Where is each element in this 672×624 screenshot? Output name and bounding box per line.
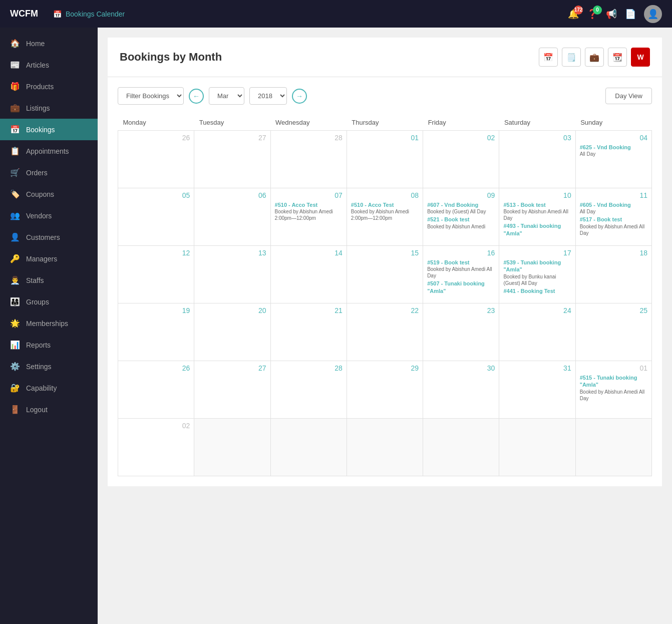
messages-button[interactable]: ❓ 0 [587, 9, 598, 20]
col-header-sunday: Sunday [575, 115, 651, 131]
sidebar-item-vendors[interactable]: 👥 Vendors [0, 205, 98, 226]
list-icon-btn[interactable]: 🗒️ [562, 48, 581, 67]
calendar-cell[interactable]: 28 [270, 131, 347, 188]
calendar-cell[interactable]: 21 [270, 303, 347, 361]
calendar-cell[interactable]: 11#605 - Vnd Booking All Day#517 - Book … [575, 188, 651, 246]
calendar-cell[interactable] [499, 419, 575, 476]
calendar-cell[interactable]: 26 [118, 131, 194, 188]
calendar-cell[interactable]: 03 [499, 131, 575, 188]
event-detail: Booked by Abishun Amedi 2:00pm—12:00pm [351, 208, 419, 221]
calendar-cell[interactable]: 06 [194, 188, 270, 246]
calendar-cell[interactable]: 31 [499, 361, 575, 419]
calendar-cell[interactable]: 07#510 - Acco Test Booked by Abishun Ame… [270, 188, 347, 246]
sidebar-item-listings[interactable]: 💼 Listings [0, 97, 98, 119]
event-item[interactable]: #513 - Book test Booked by Abishun Amedi… [503, 201, 571, 221]
event-item[interactable]: #510 - Acco Test Booked by Abishun Amedi… [275, 201, 343, 221]
calendar-cell[interactable]: 28 [270, 361, 347, 419]
event-item[interactable]: #493 - Tunaki booking "Amla" [503, 222, 571, 237]
user-avatar[interactable]: 👤 [644, 5, 662, 23]
prev-month-btn[interactable]: ← [189, 89, 204, 104]
sidebar-label-reports: Reports [26, 341, 51, 349]
calendar-cell[interactable]: 26 [118, 361, 194, 419]
calendar-cell[interactable]: 23 [423, 303, 499, 361]
event-item[interactable]: #515 - Tunaki booking "Amla" Booked by A… [580, 374, 647, 402]
calendar-cell[interactable]: 08#510 - Acco Test Booked by Abishun Ame… [347, 188, 423, 246]
calendar-cell[interactable]: 01 [347, 131, 423, 188]
calendar-cell[interactable]: 17#539 - Tunaki booking "Amla" Booked by… [499, 246, 575, 303]
filter-bookings-select[interactable]: Filter Bookings [118, 87, 184, 105]
vendors-icon: 👥 [10, 211, 20, 220]
sidebar-item-staffs[interactable]: 👨‍💼 Staffs [0, 269, 98, 291]
calendar-cell[interactable]: 02 [423, 131, 499, 188]
sidebar-item-logout[interactable]: 🚪 Logout [0, 399, 98, 420]
event-item[interactable]: #607 - Vnd Booking Booked by (Guest) All… [427, 201, 495, 215]
sidebar-item-managers[interactable]: 🔑 Managers [0, 248, 98, 269]
event-item[interactable]: #605 - Vnd Booking All Day [580, 201, 647, 215]
event-title: #539 - Tunaki booking "Amla" [503, 259, 571, 273]
calendar-cell[interactable]: 13 [194, 246, 270, 303]
event-item[interactable]: #507 - Tunaki booking "Amla" [427, 280, 495, 294]
calendar-cell[interactable]: 12 [118, 246, 194, 303]
sidebar-item-groups[interactable]: 👨‍👩‍👧 Groups [0, 291, 98, 313]
sidebar-item-reports[interactable]: 📊 Reports [0, 334, 98, 356]
calendar-cell[interactable]: 15 [347, 246, 423, 303]
calendar-cell[interactable]: 05 [118, 188, 194, 246]
notes-button[interactable]: 📄 [625, 9, 636, 20]
next-month-btn[interactable]: → [292, 89, 307, 104]
day-view-button[interactable]: Day View [605, 88, 652, 104]
calendar-cell[interactable]: 10#513 - Book test Booked by Abishun Ame… [499, 188, 575, 246]
calendar-cell[interactable]: 16#519 - Book test Booked by Abishun Ame… [423, 246, 499, 303]
event-item[interactable]: #510 - Acco Test Booked by Abishun Amedi… [351, 201, 419, 221]
sidebar-item-customers[interactable]: 👤 Customers [0, 226, 98, 248]
event-item[interactable]: #539 - Tunaki booking "Amla" Booked by B… [503, 259, 571, 286]
calendar-cell[interactable]: 27 [194, 361, 270, 419]
calendar-cell[interactable] [347, 419, 423, 476]
day-number: 28 [275, 364, 343, 372]
event-item[interactable]: #519 - Book test Booked by Abishun Amedi… [427, 259, 495, 279]
sidebar-item-coupons[interactable]: 🏷️ Coupons [0, 183, 98, 205]
page-title: Bookings by Month [120, 51, 222, 64]
briefcase-icon-btn[interactable]: 💼 [585, 48, 604, 67]
calendar-cell[interactable]: 29 [347, 361, 423, 419]
event-item[interactable]: #521 - Book test Booked by Abishun Amedi [427, 216, 495, 229]
sidebar-item-appointments[interactable]: 📋 Appointments [0, 140, 98, 162]
calendar-cell[interactable]: 18 [575, 246, 651, 303]
calendar-cell[interactable]: 30 [423, 361, 499, 419]
sidebar-label-home: Home [26, 40, 45, 48]
calendar-cell[interactable] [194, 419, 270, 476]
calendar-cell[interactable]: 19 [118, 303, 194, 361]
event-item[interactable]: #441 - Booking Test [503, 287, 571, 294]
sidebar-item-articles[interactable]: 📰 Articles [0, 54, 98, 76]
grid-icon-btn[interactable]: 📆 [608, 48, 627, 67]
calendar-cell[interactable] [575, 419, 651, 476]
sidebar-item-bookings[interactable]: 📅 Bookings [0, 119, 98, 140]
notifications-button[interactable]: 🔔 172 [568, 9, 579, 20]
sidebar-item-orders[interactable]: 🛒 Orders [0, 162, 98, 183]
month-select[interactable]: JanFebMarAprMayJunJulAugSepOctNovDec [209, 87, 244, 105]
calendar-cell[interactable]: 27 [194, 131, 270, 188]
calendar-cell[interactable] [423, 419, 499, 476]
event-item[interactable]: #517 - Book test Booked by Abishun Amedi… [580, 216, 647, 236]
calendar-cell[interactable]: 25 [575, 303, 651, 361]
calendar-cell[interactable]: 14 [270, 246, 347, 303]
sidebar-item-home[interactable]: 🏠 Home [0, 33, 98, 54]
year-select[interactable]: 20162017201820192020 [249, 87, 287, 105]
sidebar-item-capability[interactable]: 🔐 Capability [0, 377, 98, 399]
sidebar-label-vendors: Vendors [26, 212, 52, 220]
sidebar-item-products[interactable]: 🎁 Products [0, 76, 98, 97]
event-item[interactable]: #625 - Vnd Booking All Day [580, 144, 647, 157]
sidebar-label-coupons: Coupons [26, 190, 54, 198]
calendar-cell[interactable]: 24 [499, 303, 575, 361]
announcements-button[interactable]: 📢 [606, 9, 617, 20]
calendar-cell[interactable]: 01#515 - Tunaki booking "Amla" Booked by… [575, 361, 651, 419]
calendar-icon-btn[interactable]: 📅 [539, 48, 558, 67]
calendar-cell[interactable] [270, 419, 347, 476]
calendar-cell[interactable]: 02 [118, 419, 194, 476]
wp-icon-btn[interactable]: W [631, 48, 650, 67]
calendar-cell[interactable]: 22 [347, 303, 423, 361]
calendar-cell[interactable]: 04#625 - Vnd Booking All Day [575, 131, 651, 188]
sidebar-item-memberships[interactable]: 🌟 Memberships [0, 313, 98, 334]
sidebar-item-settings[interactable]: ⚙️ Settings [0, 356, 98, 377]
calendar-cell[interactable]: 09#607 - Vnd Booking Booked by (Guest) A… [423, 188, 499, 246]
calendar-cell[interactable]: 20 [194, 303, 270, 361]
